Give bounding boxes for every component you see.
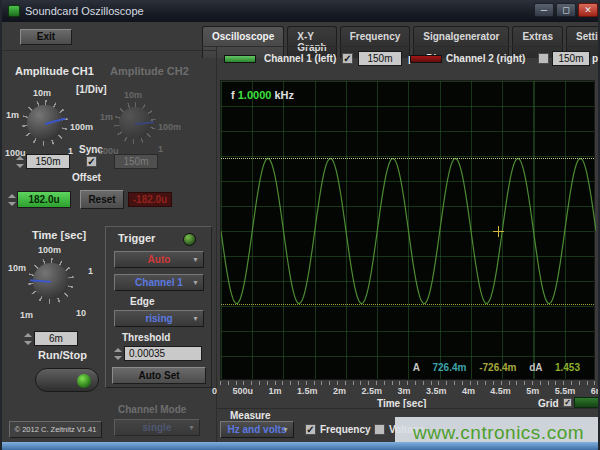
channel-mode-dropdown[interactable]: single ▼ — [114, 419, 200, 436]
ch2-knob-label-1m: 1m — [100, 112, 113, 122]
amplitude-ch1-knob[interactable] — [22, 100, 68, 146]
channel2-per-div-input[interactable]: 150m — [552, 51, 590, 66]
close-button[interactable]: ✕ — [578, 3, 598, 17]
chevron-down-icon: ▼ — [282, 426, 289, 433]
measurement-readout: A 726.4m -726.4m dA 1.453 — [403, 362, 580, 373]
channel1-per-div-input[interactable]: 150m — [358, 51, 402, 66]
trigger-led — [183, 233, 196, 246]
maximize-button[interactable]: ◻ — [556, 3, 576, 17]
delta-amp-value: 1.453 — [555, 362, 580, 373]
offset-ch2-value: -182.0u — [128, 192, 172, 207]
offset-reset-button[interactable]: Reset — [80, 190, 124, 209]
voltage-checkbox[interactable]: ✓ — [374, 424, 385, 435]
grid-checkbox[interactable]: ✓ — [563, 398, 572, 407]
threshold-value[interactable]: 0.00035 — [124, 346, 202, 361]
auto-set-button[interactable]: Auto Set — [112, 367, 206, 384]
chevron-down-icon: ▼ — [188, 424, 195, 431]
check-icon: ✓ — [343, 53, 351, 64]
channel1-checkbox[interactable]: ✓ — [342, 53, 353, 64]
ch1-knob-label-1m: 1m — [6, 110, 19, 120]
crosshair-cursor[interactable] — [493, 226, 504, 237]
trigger-source-value: Channel 1 — [135, 277, 183, 288]
channel1-label: Channel 1 (left) — [264, 53, 336, 64]
channel-mode-label: Channel Mode — [118, 404, 186, 415]
x-axis-minor-ticks — [220, 381, 595, 385]
measure-title: Measure — [230, 410, 271, 421]
time-knob-label-1: 1 — [88, 266, 93, 276]
chevron-down-icon: ▼ — [192, 315, 199, 322]
trigger-title: Trigger — [118, 232, 155, 244]
check-icon: ✓ — [87, 156, 95, 167]
trigger-source-dropdown[interactable]: Channel 1 ▼ — [114, 274, 204, 291]
amplitude-unit-label: [1/Div] — [76, 84, 107, 95]
minimize-button[interactable]: ─ — [534, 3, 554, 17]
amp-max-value: 726.4m — [432, 362, 466, 373]
trigger-edge-dropdown[interactable]: rising ▼ — [114, 310, 204, 327]
amplitude-ch2-title: Amplitude CH2 — [110, 65, 189, 77]
edge-label: Edge — [130, 296, 154, 307]
amplitude-min-cursor[interactable] — [221, 304, 594, 305]
taskbar-edge — [2, 442, 600, 450]
check-icon: ✓ — [306, 424, 314, 435]
app-icon — [8, 5, 20, 17]
copyright-label: © 2012 C. Zeitnitz V1.41 — [9, 421, 102, 438]
amplitude-ch1-title: Amplitude CH1 — [15, 65, 94, 77]
watermark-text: www.cntronics.com — [413, 422, 584, 444]
threshold-label: Threshold — [122, 332, 170, 343]
ch2-knob-label-10m: 10m — [124, 90, 142, 100]
delta-amp-label: dA — [529, 362, 542, 373]
x-axis-tick-labels: 0500u 1m1.5m 2m2.5m 3m3.5m 4m4.5m 5m5.5m… — [212, 386, 600, 396]
exit-button[interactable]: Exit — [20, 29, 72, 45]
title-bar: Soundcard Oszilloscope ─ ◻ ✕ — [2, 0, 600, 22]
channel2-checkbox[interactable]: ✓ — [538, 53, 549, 64]
amplitude-ch2-knob[interactable] — [114, 102, 156, 144]
copyright-icon: © — [15, 425, 21, 434]
measure-mode-dropdown[interactable]: Hz and volts ▼ — [220, 421, 294, 438]
trigger-mode-value: Auto — [148, 254, 171, 265]
ch2-knob-label-100m: 100m — [158, 122, 181, 132]
trigger-edge-value: rising — [145, 313, 172, 324]
time-value[interactable]: 6m — [34, 331, 78, 346]
time-knob-label-10m: 10m — [8, 263, 26, 273]
run-indicator — [77, 374, 91, 388]
trigger-mode-dropdown[interactable]: Auto ▼ — [114, 251, 204, 268]
run-stop-label: Run/Stop — [38, 349, 87, 361]
time-spinner[interactable] — [24, 333, 32, 345]
app-window: Soundcard Oszilloscope ─ ◻ ✕ Exit Oscill… — [0, 0, 600, 450]
channel2-color-swatch — [410, 55, 442, 63]
amp-label: A — [413, 362, 420, 373]
chevron-down-icon: ▼ — [192, 256, 199, 263]
channel-mode-value: single — [143, 422, 172, 433]
window-title: Soundcard Oszilloscope — [25, 5, 144, 17]
ch1-knob-label-100m: 100m — [70, 122, 93, 132]
ch1-knob-label-10m: 10m — [33, 88, 51, 98]
grid-color-swatch[interactable] — [574, 397, 600, 408]
amp-min-value: -726.4m — [479, 362, 516, 373]
channel1-color-swatch — [224, 55, 256, 63]
amplitude-max-cursor[interactable] — [221, 158, 594, 159]
waveform-plot — [221, 81, 596, 381]
measure-mode-value: Hz and volts — [228, 424, 287, 435]
scope-display[interactable]: f 1.0000 kHz A 726.4m -726.4m dA 1.453 — [220, 80, 595, 380]
time-knob-label-10: 10 — [76, 308, 86, 318]
time-knob-label-1m: 1m — [20, 310, 33, 320]
run-stop-toggle[interactable] — [35, 368, 99, 392]
ch2-amplitude-value[interactable]: 150m — [114, 154, 158, 169]
offset-label: Offset — [72, 172, 101, 183]
time-knob[interactable] — [28, 258, 74, 304]
ch1-amplitude-spinner[interactable] — [16, 156, 24, 168]
time-knob-label-100m: 100m — [38, 245, 61, 255]
sync-checkbox[interactable]: ✓ — [86, 156, 97, 167]
ch1-amplitude-value[interactable]: 150m — [26, 154, 70, 169]
offset-ch1-spinner[interactable] — [8, 194, 16, 206]
frequency-checkbox[interactable]: ✓ — [305, 424, 316, 435]
offset-ch1-value[interactable]: 182.0u — [17, 191, 71, 208]
threshold-spinner[interactable] — [114, 348, 122, 360]
frequency-label: Frequency — [320, 424, 371, 435]
channel2-label: Channel 2 (right) — [446, 53, 525, 64]
chevron-down-icon: ▼ — [192, 279, 199, 286]
ch2-knob-label-1: 1 — [158, 144, 163, 154]
time-section-label: Time [sec] — [32, 229, 86, 241]
channel2-per-div-label: per Div — [592, 53, 600, 64]
check-icon: ✓ — [564, 398, 571, 407]
